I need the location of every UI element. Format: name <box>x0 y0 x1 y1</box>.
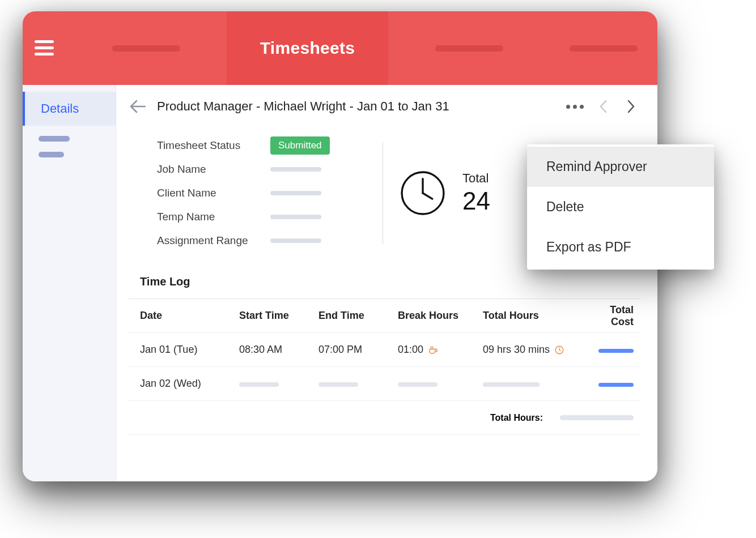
svg-rect-1 <box>35 46 54 49</box>
menu-item-remind-approver[interactable]: Remind Approver <box>527 147 714 187</box>
svg-line-5 <box>423 193 432 199</box>
header-title-slot: Timesheets <box>227 11 388 85</box>
skeleton-placeholder <box>270 238 321 243</box>
next-record-button[interactable] <box>622 97 640 116</box>
header-slot-right-2 <box>550 11 657 85</box>
record-role: Product Manager <box>157 99 253 113</box>
arrow-left-icon <box>130 100 146 113</box>
back-button[interactable] <box>129 97 147 116</box>
info-label: Assignment Range <box>157 234 270 247</box>
skeleton-placeholder <box>398 382 438 387</box>
info-row-job: Job Name <box>157 157 350 181</box>
record-range: Jan 01 to Jan 31 <box>357 99 449 113</box>
chevron-left-icon <box>599 100 607 113</box>
table-row[interactable]: Jan 01 (Tue) 08:30 AM 07:00 PM 01:00 <box>129 333 640 367</box>
total-hours-block: Total 24 <box>399 134 490 253</box>
section-title-timelog: Time Log <box>140 275 640 288</box>
status-badge: Submitted <box>270 136 330 155</box>
header-slot-right-1 <box>388 11 550 85</box>
skeleton-placeholder <box>598 349 634 353</box>
info-row-client: Client Name <box>157 181 350 205</box>
record-titlebar: Product Manager - Michael Wright - Jan 0… <box>129 97 640 116</box>
cell-date: Jan 01 (Tue) <box>140 344 239 356</box>
clock-icon <box>399 169 447 217</box>
skeleton-placeholder <box>39 152 64 157</box>
page-title: Timesheets <box>260 39 355 58</box>
cell-cost <box>585 378 634 390</box>
table-row[interactable]: Jan 02 (Wed) <box>129 367 640 401</box>
info-row-status: Timesheet Status Submitted <box>157 134 350 157</box>
cell-break: 01:00 <box>398 344 483 356</box>
skeleton-placeholder <box>570 45 638 52</box>
cell-total-value: 09 hrs 30 mins <box>483 344 550 356</box>
menu-item-label: Export as PDF <box>546 240 631 254</box>
cell-break-value: 01:00 <box>398 344 423 356</box>
sidebar-item-details[interactable]: Details <box>23 92 116 126</box>
skeleton-placeholder <box>239 382 279 387</box>
info-label: Temp Name <box>157 211 270 223</box>
info-label: Job Name <box>157 163 270 176</box>
sidebar-item-label: Details <box>41 101 79 116</box>
menu-item-label: Remind Approver <box>546 159 647 174</box>
col-date: Date <box>140 310 239 322</box>
skeleton-placeholder <box>270 215 321 219</box>
skeleton-placeholder <box>270 167 321 172</box>
vertical-divider <box>383 142 383 244</box>
table-header-row: Date Start Time End Time Break Hours Tot… <box>129 299 640 333</box>
info-row-temp: Temp Name <box>157 205 350 229</box>
cell-start: 08:30 AM <box>239 344 318 356</box>
cell-start <box>239 378 318 390</box>
skeleton-placeholder <box>483 382 540 387</box>
cell-date: Jan 02 (Wed) <box>140 378 239 390</box>
more-menu-button[interactable] <box>566 97 584 116</box>
cell-break <box>398 378 483 390</box>
table-footer-row: Total Hours: <box>129 401 640 435</box>
cell-cost <box>585 344 634 356</box>
skeleton-placeholder <box>39 136 70 142</box>
info-row-range: Assignment Range <box>157 229 350 253</box>
svg-rect-0 <box>35 40 54 43</box>
header-bar: Timesheets <box>23 11 657 85</box>
hamburger-icon[interactable] <box>23 11 65 85</box>
cell-total <box>483 378 585 390</box>
coffee-icon <box>428 345 438 355</box>
context-menu: Remind Approver Delete Export as PDF <box>527 144 714 270</box>
menu-item-export-pdf[interactable]: Export as PDF <box>527 227 714 267</box>
menu-item-label: Delete <box>546 199 584 214</box>
info-label: Client Name <box>157 187 270 199</box>
col-end: End Time <box>318 310 398 322</box>
total-label: Total <box>462 171 490 186</box>
cell-end <box>318 378 398 390</box>
col-break: Break Hours <box>398 310 483 322</box>
skeleton-placeholder <box>435 45 503 52</box>
sidebar: Details <box>23 85 116 481</box>
chevron-right-icon <box>627 100 635 113</box>
overtime-clock-icon <box>554 345 564 355</box>
col-total: Total Hours <box>483 310 585 322</box>
skeleton-placeholder <box>598 383 634 387</box>
skeleton-placeholder <box>270 191 321 195</box>
prev-record-button[interactable] <box>594 97 612 116</box>
record-title: Product Manager - Michael Wright - Jan 0… <box>157 99 449 114</box>
record-person: Michael Wright <box>264 99 346 113</box>
cell-end: 07:00 PM <box>318 344 398 356</box>
skeleton-placeholder <box>112 45 180 52</box>
svg-rect-2 <box>35 53 54 55</box>
skeleton-placeholder <box>318 382 358 387</box>
cell-total: 09 hrs 30 mins <box>483 344 585 356</box>
info-label: Timesheet Status <box>157 139 270 152</box>
header-slot-left <box>65 11 227 85</box>
timelog-table: Date Start Time End Time Break Hours Tot… <box>129 298 640 435</box>
col-cost: Total Cost <box>585 304 634 328</box>
skeleton-placeholder <box>560 415 634 420</box>
col-start: Start Time <box>239 310 318 322</box>
total-value: 24 <box>462 187 490 215</box>
menu-item-delete[interactable]: Delete <box>527 187 714 227</box>
more-horiz-icon <box>566 105 584 109</box>
footer-total-label: Total Hours: <box>490 413 543 423</box>
